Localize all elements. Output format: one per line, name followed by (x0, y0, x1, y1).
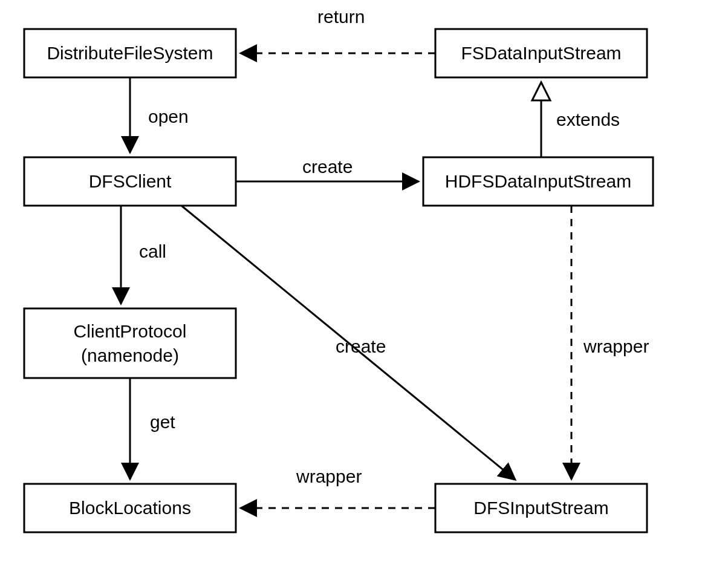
edge-get: get (130, 378, 175, 479)
node-dfs-client: DFSClient (24, 157, 236, 206)
node-label-line2: (namenode) (81, 345, 179, 365)
edge-label: get (150, 412, 175, 432)
node-block-locations: BlockLocations (24, 484, 236, 532)
edge-label: call (139, 241, 166, 261)
edge-wrapper-hdfs-dfs: wrapper (571, 206, 649, 479)
node-label: DFSInputStream (473, 498, 608, 518)
edge-return: return (241, 7, 435, 53)
edge-wrapper-dfs-block: wrapper (241, 466, 435, 508)
edge-label: wrapper (296, 466, 362, 486)
node-label: BlockLocations (69, 498, 191, 518)
svg-rect-4 (24, 308, 236, 378)
edge-create-hdfs: create (236, 157, 418, 181)
node-hdfs-data-input-stream: HDFSDataInputStream (423, 157, 653, 206)
edge-label: wrapper (583, 336, 649, 356)
node-dfs-input-stream: DFSInputStream (435, 484, 647, 532)
edge-label: return (317, 7, 365, 27)
node-label: FSDataInputStream (461, 43, 621, 63)
node-label: DistributeFileSystem (47, 43, 213, 63)
node-distribute-file-system: DistributeFileSystem (24, 29, 236, 77)
edge-label: open (148, 106, 189, 126)
edge-label: create (336, 336, 386, 356)
node-fs-data-input-stream: FSDataInputStream (435, 29, 647, 77)
edge-call: call (121, 206, 166, 304)
node-label: HDFSDataInputStream (445, 171, 631, 191)
edge-label: create (302, 157, 353, 177)
edge-open: open (130, 77, 189, 152)
node-client-protocol: ClientProtocol (namenode) (24, 308, 236, 378)
node-label: DFSClient (89, 171, 172, 191)
node-label-line1: ClientProtocol (74, 321, 187, 341)
edge-label: extends (556, 109, 620, 129)
diagram-canvas: DistributeFileSystem FSDataInputStream D… (0, 0, 728, 577)
edge-extends: extends (541, 82, 620, 157)
